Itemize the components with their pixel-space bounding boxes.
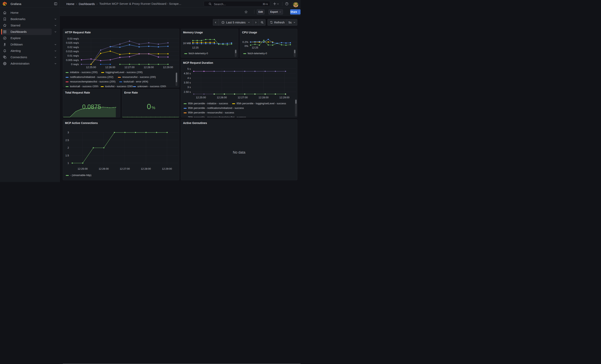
svg-text:12:29:00: 12:29:00: [280, 96, 290, 99]
svg-text:12:27:00: 12:27:00: [238, 96, 248, 99]
svg-text:5 s: 5 s: [187, 67, 191, 70]
svg-text:12:25: 12:25: [252, 46, 258, 49]
svg-text:0.03 req/s: 0.03 req/s: [67, 37, 79, 40]
svg-text:1: 1: [68, 162, 69, 165]
svg-text:4 s: 4 s: [187, 77, 191, 79]
svg-text:12:28:00: 12:28:00: [259, 96, 269, 99]
svg-text:0.025 req/s: 0.025 req/s: [66, 41, 79, 44]
svg-text:12:29:00: 12:29:00: [162, 167, 172, 170]
svg-text:0%: 0%: [245, 45, 249, 48]
svg-text:2: 2: [68, 146, 69, 149]
svg-text:12:25:00: 12:25:00: [86, 66, 96, 69]
svg-text:12:28:00: 12:28:00: [141, 167, 151, 170]
svg-text:0: 0: [147, 103, 151, 111]
svg-text:0.0875: 0.0875: [82, 103, 101, 110]
svg-text:12:26:00: 12:26:00: [105, 66, 115, 69]
svg-text:4.50 s: 4.50 s: [184, 72, 191, 75]
svg-text:0.02 req/s: 0.02 req/s: [67, 46, 79, 49]
svg-text:0.2%: 0.2%: [242, 40, 249, 43]
svg-text:3.50 s: 3.50 s: [184, 81, 191, 84]
svg-text:2.50 s: 2.50 s: [184, 90, 191, 93]
svg-text:1.5: 1.5: [65, 154, 69, 157]
svg-text:12:27:00: 12:27:00: [124, 66, 135, 69]
svg-text:16 MiB: 16 MiB: [183, 42, 191, 45]
svg-text:0.01 req/s: 0.01 req/s: [67, 54, 79, 57]
svg-text:12:28:00: 12:28:00: [144, 66, 154, 69]
svg-text:2.5: 2.5: [65, 139, 69, 142]
svg-text:3 s: 3 s: [187, 86, 191, 89]
svg-text:12:29:00: 12:29:00: [163, 66, 173, 69]
svg-text:3: 3: [68, 131, 69, 134]
svg-text:0.015 req/s: 0.015 req/s: [66, 50, 79, 53]
svg-text:12:25:00: 12:25:00: [78, 167, 88, 170]
svg-text:12:26:00: 12:26:00: [99, 167, 109, 170]
svg-text:0 req/s: 0 req/s: [71, 63, 79, 66]
svg-text:0.005 req/s: 0.005 req/s: [66, 59, 79, 62]
svg-text:%: %: [152, 105, 155, 110]
svg-text:12:25: 12:25: [192, 46, 199, 49]
svg-text:12:26:00: 12:26:00: [217, 96, 227, 99]
svg-text:12:25:00: 12:25:00: [196, 96, 206, 99]
svg-text:12:27:00: 12:27:00: [120, 167, 130, 170]
